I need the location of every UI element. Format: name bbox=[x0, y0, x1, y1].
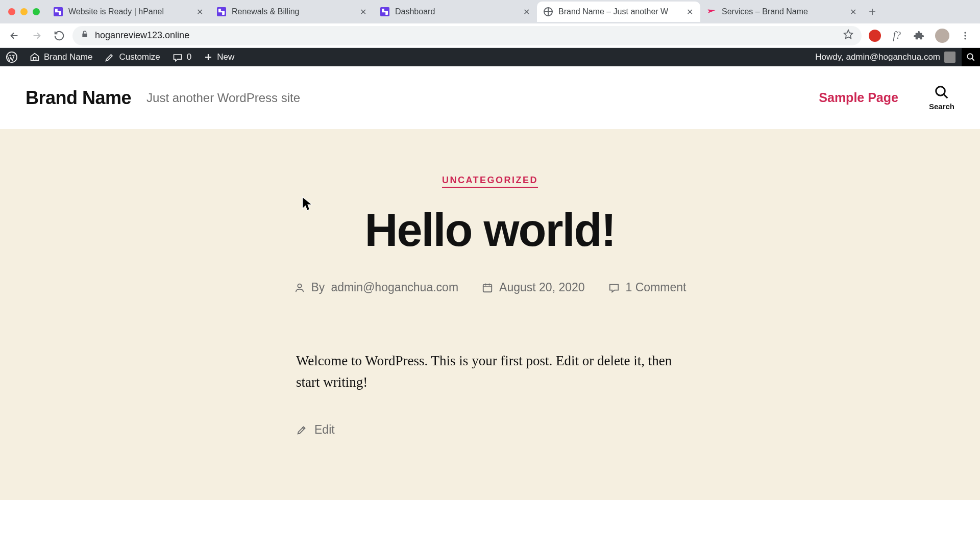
tab-title: Website is Ready | hPanel bbox=[68, 7, 190, 16]
author-link[interactable]: admin@hoganchua.com bbox=[331, 281, 458, 294]
tab-close-icon[interactable]: ✕ bbox=[848, 7, 857, 16]
user-avatar-icon bbox=[944, 52, 955, 63]
tab-bar: Website is Ready | hPanel ✕ Renewals & B… bbox=[0, 0, 980, 23]
comments-count: 0 bbox=[187, 52, 191, 62]
url-bar[interactable]: hoganreview123.online bbox=[72, 26, 862, 45]
site-name-label: Brand Name bbox=[44, 52, 92, 62]
comments-menu[interactable]: 0 bbox=[166, 48, 198, 66]
author-meta: By admin@hoganchua.com bbox=[294, 281, 459, 294]
window-zoom-button[interactable] bbox=[33, 8, 40, 15]
by-text: By bbox=[311, 281, 325, 294]
extension-red-icon[interactable] bbox=[869, 30, 881, 42]
edit-label: Edit bbox=[314, 421, 335, 439]
svg-point-4 bbox=[967, 54, 973, 59]
svg-point-0 bbox=[964, 32, 966, 33]
search-icon bbox=[934, 85, 949, 100]
tab-renewals[interactable]: Renewals & Billing ✕ bbox=[210, 2, 374, 22]
footer-gap bbox=[0, 500, 980, 546]
tab-title: Dashboard bbox=[395, 7, 517, 16]
reload-button[interactable] bbox=[50, 27, 68, 45]
comments-meta[interactable]: 1 Comment bbox=[608, 281, 687, 294]
new-menu[interactable]: New bbox=[198, 48, 240, 66]
nav-sample-page[interactable]: Sample Page bbox=[819, 90, 898, 105]
kebab-menu-icon[interactable] bbox=[959, 29, 972, 42]
toolbar-right: f? bbox=[866, 29, 975, 43]
back-button[interactable] bbox=[5, 27, 23, 45]
globe-favicon-icon bbox=[543, 7, 553, 17]
tab-title: Renewals & Billing bbox=[232, 7, 353, 16]
new-tab-button[interactable]: + bbox=[864, 3, 881, 20]
wp-admin-bar: Brand Name Customize 0 New Howdy, admin@… bbox=[0, 48, 980, 66]
category-link[interactable]: UNCATEGORIZED bbox=[442, 175, 538, 188]
wp-logo-menu[interactable] bbox=[0, 48, 23, 66]
mac-traffic-lights bbox=[5, 8, 47, 15]
customize-label: Customize bbox=[119, 52, 160, 62]
site-name-menu[interactable]: Brand Name bbox=[23, 48, 99, 66]
extensions-icon[interactable] bbox=[913, 29, 926, 42]
site-tagline: Just another WordPress site bbox=[146, 91, 300, 105]
url-text: hoganreview123.online bbox=[95, 30, 837, 41]
tab-close-icon[interactable]: ✕ bbox=[685, 7, 694, 16]
window-minimize-button[interactable] bbox=[20, 8, 28, 15]
site-title-link[interactable]: Brand Name bbox=[26, 87, 131, 109]
howdy-menu[interactable]: Howdy, admin@hoganchua.com bbox=[809, 48, 962, 66]
tab-close-icon[interactable]: ✕ bbox=[522, 7, 531, 16]
search-toggle-button[interactable]: Search bbox=[929, 85, 954, 111]
tab-title: Brand Name – Just another W bbox=[558, 7, 680, 16]
howdy-text: Howdy, admin@hoganchua.com bbox=[815, 52, 940, 62]
browser-chrome: Website is Ready | hPanel ✕ Renewals & B… bbox=[0, 0, 980, 48]
entry-header: UNCATEGORIZED Hello world! By admin@hoga… bbox=[286, 175, 694, 294]
svg-point-5 bbox=[936, 87, 945, 96]
adminbar-search-button[interactable] bbox=[962, 48, 980, 66]
post-title: Hello world! bbox=[286, 207, 694, 253]
entry-content: Welcome to WordPress. This is your first… bbox=[296, 350, 684, 439]
tab-title: Services – Brand Name bbox=[722, 7, 843, 16]
address-bar-row: hoganreview123.online f? bbox=[0, 23, 980, 48]
tab-hpanel[interactable]: Website is Ready | hPanel ✕ bbox=[47, 2, 210, 22]
new-label: New bbox=[217, 52, 234, 62]
hostinger-favicon-icon bbox=[53, 7, 63, 17]
extension-f-icon[interactable]: f? bbox=[890, 29, 903, 42]
svg-point-6 bbox=[298, 284, 301, 287]
date-meta: August 20, 2020 bbox=[482, 281, 585, 294]
person-icon bbox=[294, 282, 305, 293]
tab-services[interactable]: Services – Brand Name ✕ bbox=[700, 2, 864, 22]
tab-close-icon[interactable]: ✕ bbox=[358, 7, 368, 16]
post-meta: By admin@hoganchua.com August 20, 2020 1… bbox=[286, 281, 694, 294]
calendar-icon bbox=[482, 282, 493, 293]
tab-brand-name[interactable]: Brand Name – Just another W ✕ bbox=[537, 2, 700, 22]
hostinger-favicon-icon bbox=[380, 7, 390, 17]
date-text: August 20, 2020 bbox=[499, 281, 585, 294]
search-label: Search bbox=[929, 102, 954, 111]
hostinger-favicon-icon bbox=[216, 7, 227, 17]
customize-menu[interactable]: Customize bbox=[99, 48, 166, 66]
post-body: Welcome to WordPress. This is your first… bbox=[296, 350, 684, 393]
site-header: Brand Name Just another WordPress site S… bbox=[0, 66, 980, 129]
svg-rect-7 bbox=[483, 284, 492, 292]
comment-icon bbox=[608, 282, 620, 293]
window-close-button[interactable] bbox=[8, 8, 15, 15]
tab-close-icon[interactable]: ✕ bbox=[195, 7, 204, 16]
svg-point-1 bbox=[964, 35, 966, 36]
post-area: UNCATEGORIZED Hello world! By admin@hoga… bbox=[0, 129, 980, 500]
comments-text: 1 Comment bbox=[626, 281, 687, 294]
plane-favicon-icon bbox=[706, 7, 717, 17]
forward-button[interactable] bbox=[28, 27, 46, 45]
svg-point-2 bbox=[964, 38, 966, 39]
edit-icon bbox=[296, 424, 307, 436]
tab-dashboard[interactable]: Dashboard ✕ bbox=[374, 2, 537, 22]
profile-avatar-icon[interactable] bbox=[935, 29, 949, 43]
star-icon[interactable] bbox=[843, 29, 853, 42]
lock-icon bbox=[81, 30, 89, 41]
edit-link[interactable]: Edit bbox=[296, 421, 684, 439]
